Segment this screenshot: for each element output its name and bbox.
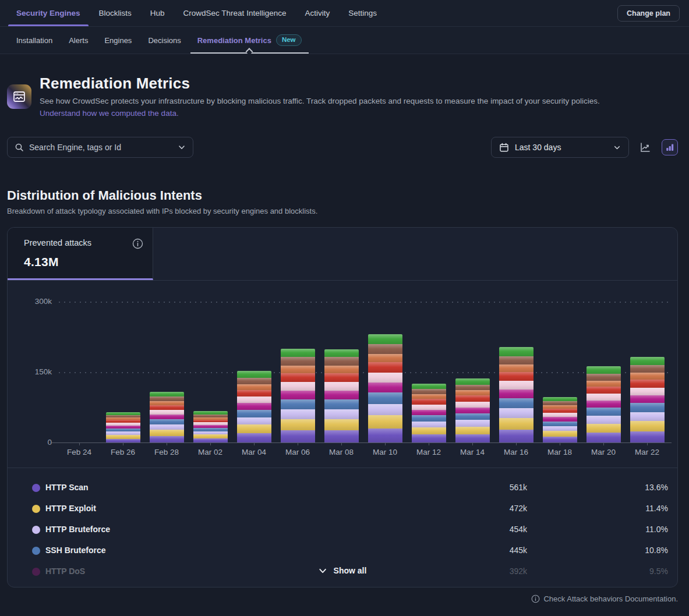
bar-segment-http-scan xyxy=(368,429,402,442)
x-tick-label-mar-08: Mar 08 xyxy=(319,448,363,456)
bar-segment-http-dos xyxy=(455,408,490,414)
sub-nav-item-installation[interactable]: Installation xyxy=(16,36,52,45)
y-tick-0: 0 xyxy=(24,438,52,447)
stacked-bar-mar-20[interactable] xyxy=(586,366,621,442)
stacked-bar-mar-04[interactable] xyxy=(237,371,271,442)
sub-navigation: InstallationAlertsEnginesDecisionsRemedi… xyxy=(0,27,689,54)
line-chart-toggle[interactable] xyxy=(637,139,653,155)
bar-segment-http-exploit xyxy=(455,427,490,434)
x-tick xyxy=(210,443,211,445)
prevented-attacks-card: Prevented attacks 4.13M 0150k300k Feb 24… xyxy=(7,227,678,587)
bar-segment-unlabeled-8 xyxy=(499,364,533,372)
sub-nav-item-alerts[interactable]: Alerts xyxy=(69,36,88,45)
bar-segment-http-bruteforce xyxy=(586,416,621,424)
tab-prevented-attacks[interactable]: Prevented attacks 4.13M xyxy=(8,228,153,280)
stacked-bar-mar-18[interactable] xyxy=(543,397,577,442)
computed-data-link[interactable]: Understand how we computed the data. xyxy=(40,109,179,118)
bar-segment-http-dos xyxy=(543,417,577,421)
bar-segment-unlabeled-6 xyxy=(543,413,577,417)
x-tick-label-mar-12: Mar 12 xyxy=(407,448,451,456)
bar-segment-ssh-bruteforce xyxy=(630,403,665,412)
bar-segment-unlabeled-9 xyxy=(543,401,577,405)
sub-nav-item-engines[interactable]: Engines xyxy=(104,36,132,45)
section-title: Distribution of Malicious Intents xyxy=(7,188,317,203)
sub-nav-item-remediation-metrics[interactable]: Remediation MetricsNew xyxy=(197,27,302,54)
stacked-bar-feb-26[interactable] xyxy=(106,412,140,442)
bar-segment-unlabeled-6 xyxy=(499,381,533,390)
bar-segment-http-exploit xyxy=(586,424,621,433)
x-tick xyxy=(472,443,473,445)
stacked-bar-mar-16[interactable] xyxy=(499,347,533,442)
bar-segment-ssh-bruteforce xyxy=(237,410,271,417)
sub-nav-item-label: Installation xyxy=(16,36,52,45)
top-navigation: Security EnginesBlocklistsHubCrowdSec Th… xyxy=(0,0,689,27)
date-range-select[interactable]: Last 30 days xyxy=(491,137,629,158)
section-heading: Distribution of Malicious Intents Breakd… xyxy=(7,188,317,215)
sub-nav-items: InstallationAlertsEnginesDecisionsRemedi… xyxy=(16,27,302,54)
bar-segment-ssh-bruteforce xyxy=(368,392,402,403)
stacked-bar-feb-28[interactable] xyxy=(150,392,184,442)
bar-segment-unlabeled-9 xyxy=(324,357,359,366)
gridline-300k xyxy=(59,302,672,303)
metric-value: 4.13M xyxy=(24,255,143,269)
sub-nav-item-label: Remediation Metrics xyxy=(197,36,271,45)
stacked-bar-mar-10[interactable] xyxy=(368,334,402,442)
x-tick-label-mar-16: Mar 16 xyxy=(494,448,538,456)
top-nav-item-settings[interactable]: Settings xyxy=(348,0,377,26)
x-tick-label-mar-18: Mar 18 xyxy=(538,448,582,456)
bar-segment-unlabeled-8 xyxy=(281,366,315,373)
stacked-bar-mar-02[interactable] xyxy=(193,411,228,442)
stacked-bar-mar-08[interactable] xyxy=(324,349,359,442)
new-badge: New xyxy=(276,34,302,46)
bar-segment-unlabeled-10 xyxy=(368,334,402,344)
bar-segment-unlabeled-7 xyxy=(543,409,577,413)
x-tick-label-mar-06: Mar 06 xyxy=(275,448,320,456)
chevron-down-icon xyxy=(319,567,327,575)
chevron-down-icon[interactable] xyxy=(178,143,186,151)
show-all-button[interactable]: Show all xyxy=(319,566,367,575)
top-nav-item-hub[interactable]: Hub xyxy=(150,0,165,26)
top-nav-item-activity[interactable]: Activity xyxy=(305,0,330,26)
top-nav-item-security-engines[interactable]: Security Engines xyxy=(16,0,80,26)
bar-segment-http-exploit xyxy=(281,419,315,430)
info-icon[interactable] xyxy=(132,238,143,249)
legend-row-ssh-bruteforce[interactable]: SSH Bruteforce445k10.8% xyxy=(8,540,677,561)
x-tick xyxy=(516,443,517,445)
stacked-bar-mar-22[interactable] xyxy=(630,357,665,442)
bar-segment-http-bruteforce xyxy=(499,408,533,418)
bar-segment-http-scan xyxy=(630,431,665,442)
legend-row-http-bruteforce[interactable]: HTTP Bruteforce454k11.0% xyxy=(8,519,677,540)
x-tick-label-mar-04: Mar 04 xyxy=(232,448,276,456)
bar-segment-http-dos xyxy=(237,403,271,409)
stacked-bar-mar-12[interactable] xyxy=(412,384,446,442)
bar-chart-icon xyxy=(665,142,675,153)
stacked-bar-mar-06[interactable] xyxy=(281,349,315,442)
documentation-note[interactable]: Check Attack behaviors Documentation. xyxy=(531,594,678,603)
bar-segment-unlabeled-8 xyxy=(630,373,665,380)
legend-label: HTTP Exploit xyxy=(45,504,96,513)
x-tick xyxy=(385,443,386,445)
x-tick-label-feb-28: Feb 28 xyxy=(144,448,189,456)
stacked-bar-mar-14[interactable] xyxy=(455,378,490,442)
legend-color-dot xyxy=(32,526,40,534)
search-input[interactable] xyxy=(29,143,172,152)
engine-search-combobox[interactable] xyxy=(7,137,193,158)
bar-segment-http-bruteforce xyxy=(281,409,315,419)
top-nav-item-crowdsec-threat-intelligence[interactable]: CrowdSec Threat Intelligence xyxy=(183,0,287,26)
bar-segment-unlabeled-10 xyxy=(281,349,315,357)
date-range-value: Last 30 days xyxy=(515,143,607,152)
legend-value: 454k xyxy=(415,525,527,534)
bar-segment-http-scan xyxy=(455,434,490,443)
subnav-caret xyxy=(246,48,253,55)
bar-segment-unlabeled-8 xyxy=(150,401,184,405)
bar-chart-toggle[interactable] xyxy=(662,139,678,155)
bar-segment-unlabeled-8 xyxy=(237,384,271,390)
y-tick-150k: 150k xyxy=(24,367,52,376)
legend-row-http-scan[interactable]: HTTP Scan561k13.6% xyxy=(8,477,677,498)
bar-segment-http-bruteforce xyxy=(237,417,271,425)
top-nav-item-blocklists[interactable]: Blocklists xyxy=(99,0,132,26)
change-plan-button[interactable]: Change plan xyxy=(617,5,680,22)
sub-nav-item-decisions[interactable]: Decisions xyxy=(148,36,181,45)
y-tick-300k: 300k xyxy=(24,297,52,306)
legend-row-http-exploit[interactable]: HTTP Exploit472k11.4% xyxy=(8,498,677,519)
